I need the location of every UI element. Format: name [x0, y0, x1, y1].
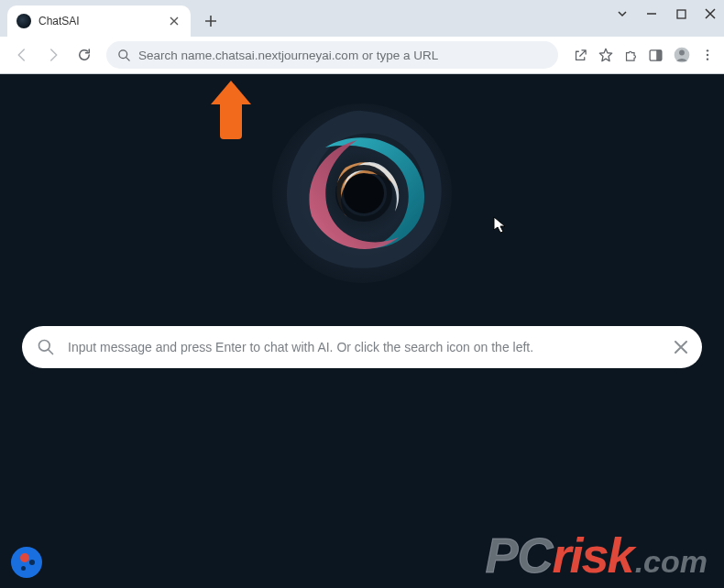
puzzle-icon[interactable] — [623, 48, 639, 63]
minimize-icon[interactable] — [645, 7, 658, 20]
share-icon[interactable] — [573, 48, 588, 63]
watermark-risk: risk — [553, 527, 633, 583]
chevron-down-icon[interactable] — [616, 7, 629, 20]
kebab-icon[interactable] — [700, 48, 715, 62]
reload-button[interactable] — [71, 42, 97, 68]
svg-point-5 — [679, 50, 685, 56]
cursor-icon — [493, 216, 508, 234]
address-text: Search name.chatsai.nextjourneyai.com or… — [138, 49, 547, 62]
star-icon[interactable] — [598, 47, 614, 63]
tab-favicon — [16, 14, 31, 28]
forward-icon — [45, 47, 61, 63]
browser-chrome: ChatSAI — [0, 0, 724, 74]
search-icon — [117, 49, 131, 62]
maximize-icon[interactable] — [675, 7, 687, 20]
back-button[interactable] — [9, 42, 35, 68]
close-icon[interactable] — [167, 14, 181, 28]
back-icon — [14, 47, 30, 63]
svg-rect-0 — [677, 10, 686, 18]
profile-icon[interactable] — [673, 46, 691, 64]
svg-point-6 — [707, 49, 708, 51]
watermark: PC risk .com — [486, 527, 708, 583]
titlebar: ChatSAI — [0, 0, 724, 37]
corner-badge[interactable] — [11, 547, 42, 578]
watermark-com: .com — [635, 544, 708, 580]
page-search-wrap — [22, 326, 702, 368]
svg-point-8 — [707, 58, 708, 60]
forward-button[interactable] — [40, 42, 66, 68]
search-icon[interactable] — [37, 338, 55, 356]
new-tab-button[interactable] — [198, 8, 224, 34]
reload-icon — [76, 47, 93, 63]
toolbar-actions — [567, 46, 715, 64]
active-tab[interactable]: ChatSAI — [7, 5, 191, 37]
hero-area — [0, 74, 724, 285]
side-panel-icon[interactable] — [648, 48, 664, 63]
window-close-icon[interactable] — [704, 7, 717, 20]
toolbar: Search name.chatsai.nextjourneyai.com or… — [0, 37, 724, 73]
annotation-arrow — [211, 81, 266, 139]
plus-icon — [204, 15, 217, 27]
clear-icon[interactable] — [675, 341, 687, 354]
vortex-logo — [270, 102, 454, 285]
page-search-bar — [22, 326, 702, 368]
chat-input[interactable] — [68, 340, 662, 354]
page-content: PC risk .com — [0, 74, 724, 588]
address-bar[interactable]: Search name.chatsai.nextjourneyai.com or… — [106, 41, 558, 69]
watermark-pc: PC — [486, 527, 553, 583]
svg-point-7 — [707, 54, 708, 56]
svg-rect-3 — [656, 49, 662, 60]
tab-title: ChatSAI — [38, 15, 159, 27]
svg-point-10 — [344, 173, 384, 213]
window-controls — [616, 7, 717, 20]
